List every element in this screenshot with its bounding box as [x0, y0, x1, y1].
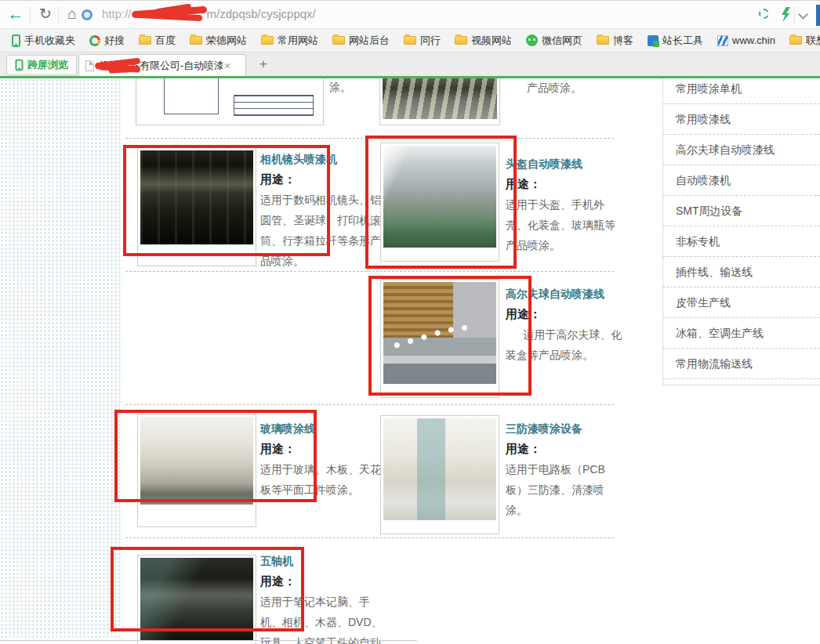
machine-photo	[383, 78, 497, 119]
glass-spray-line-photo	[140, 417, 253, 505]
sidebar-item-smt-equipment[interactable]: SMT周边设备	[662, 196, 820, 226]
tab-close-icon[interactable]: ×	[224, 60, 230, 72]
sidebar-item-fridge-ac-lines[interactable]: 冰箱、空调生产线	[662, 318, 820, 349]
toolbar-edge-button[interactable]	[816, 5, 820, 26]
bookmark-folder-video-sites[interactable]: 视频网站	[455, 34, 512, 48]
bookmark-item-wechat-web[interactable]: 微信网页	[526, 34, 582, 48]
page-background-pattern	[0, 78, 122, 639]
product-title-link[interactable]: 相机镜头喷漆机	[260, 149, 384, 169]
toolbar-divider	[794, 6, 795, 24]
cross-screen-browse-button[interactable]: 跨屏浏览	[6, 55, 77, 75]
new-tab-button[interactable]: +	[254, 56, 273, 74]
product-image-link[interactable]	[380, 279, 499, 398]
active-tab[interactable]: 机械设备有限公司-自动喷漆 ×	[78, 54, 246, 76]
wechat-icon	[526, 34, 538, 46]
product-text-block: 五轴机 用途： 适用于笔记本记脑、手机、相机、木器、DVD、玩具、太空笔工件的自…	[260, 551, 384, 644]
redaction-scribble-url	[132, 8, 207, 20]
product-title-link[interactable]: 三防漆喷涂设备	[506, 418, 625, 439]
page-icon	[85, 60, 94, 71]
bookmark-item-chinaz-tools[interactable]: 站长工具	[648, 34, 703, 48]
usage-label: 用途：	[506, 174, 623, 194]
screenshot-icon[interactable]	[759, 9, 769, 19]
product-title-link[interactable]: 头盔自动喷漆线	[506, 154, 623, 174]
sidebar-item-insert-conveyor-lines[interactable]: 插件线、输送线	[662, 257, 820, 288]
url-scheme: http://	[102, 7, 132, 20]
product-image-link[interactable]	[380, 415, 499, 534]
product-image-link[interactable]	[380, 143, 499, 262]
camera-lens-machine-photo	[140, 150, 253, 244]
bookmark-folder-rongde[interactable]: 荣德网站	[190, 34, 247, 48]
row-divider	[125, 404, 614, 405]
product-description: 适用于头盔、手机外壳、化装盒、玻璃瓶等产品喷涂。	[506, 194, 623, 255]
chevron-down-icon[interactable]	[798, 9, 808, 20]
product-title-link[interactable]: 玻璃喷涂线	[260, 418, 384, 439]
sidebar-item-belt-lines[interactable]: 皮带生产线	[662, 288, 820, 318]
home-button[interactable]: ⌂	[61, 1, 83, 29]
product-text-block: 三防漆喷涂设备 用途： 适用于电路板（PCB板）三防漆、清漆喷涂。	[506, 418, 625, 520]
back-button[interactable]: ←	[5, 1, 27, 29]
bookmark-folder-lenovo[interactable]: 联想	[789, 34, 820, 48]
usage-label: 用途：	[260, 571, 384, 592]
site-icon	[82, 9, 93, 20]
five-axis-machine-photo	[140, 558, 253, 640]
product-description: 适用于电路板（PCB板）三防漆、清漆喷涂。	[506, 459, 625, 520]
category-sidebar: 常用喷涂单机 常用喷漆线 高尔夫球自动喷漆线 自动喷漆机 SMT周边设备 非标专…	[662, 78, 820, 379]
toolbar-divider	[58, 6, 59, 24]
product-image-link[interactable]	[136, 78, 324, 125]
sidebar-item-nonstandard-machines[interactable]: 非标专机	[662, 226, 820, 257]
tab-bar: 跨屏浏览 机械设备有限公司-自动喷漆 × +	[0, 52, 820, 76]
toolbar-divider	[30, 6, 31, 24]
sidebar-item-logistics-conveyor-lines[interactable]: 常用物流输送线	[662, 349, 820, 379]
conformal-coating-equipment-photo	[383, 418, 496, 520]
usage-label: 用途：	[260, 439, 384, 459]
folder-icon	[261, 36, 274, 45]
bookmark-item-www-chin[interactable]: www.chin	[717, 34, 775, 46]
bookmark-folder-peers[interactable]: 同行	[404, 34, 441, 48]
partial-description-text: 产品喷涂。	[527, 81, 582, 96]
usage-label: 用途：	[260, 169, 384, 190]
technical-drawing-photo	[139, 78, 321, 122]
product-image-link[interactable]	[137, 414, 256, 527]
folder-icon	[332, 36, 345, 45]
refresh-button[interactable]: ↻	[34, 1, 56, 29]
helmet-spray-line-photo	[383, 146, 496, 248]
website-icon	[717, 35, 728, 46]
browser-toolbar: ← ↻ ⌂ http://m/zdpqsb/cysjcppqx/	[0, 0, 820, 29]
product-text-block: 相机镜头喷漆机 用途： 适用于数码相机镜头、铝圆管、圣诞球、打印机滚筒、行李箱拉…	[260, 149, 384, 271]
bookmark-folder-site-backend[interactable]: 网站后台	[332, 34, 390, 48]
row-divider	[125, 138, 614, 139]
page-content: 涂。 产品喷涂。 相机镜头喷漆机 用途： 适用于数码相机镜头、铝圆管、圣诞球、打…	[0, 78, 820, 644]
bookmark-item-haosou[interactable]: 好搜	[89, 34, 125, 48]
phone-icon	[16, 60, 24, 71]
product-description: 适用于笔记本记脑、手机、相机、木器、DVD、玩具、太空笔工件的自动	[260, 592, 384, 644]
product-description: 适用于玻璃、木板、天花板等平面工件喷涂。	[260, 459, 384, 500]
bookmark-folder-baidu[interactable]: 百度	[139, 34, 176, 48]
product-image-link[interactable]	[137, 147, 256, 266]
chinaz-icon	[648, 35, 659, 46]
product-description: 适用于高尔夫球、化装盒等产品喷涂。	[506, 324, 625, 365]
usage-label: 用途：	[506, 439, 625, 459]
sidebar-item-spray-single-machines[interactable]: 常用喷涂单机	[662, 78, 820, 104]
bookmark-folder-blog[interactable]: 博客	[597, 34, 633, 48]
bookmark-item-mobile-favorites[interactable]: 手机收藏夹	[12, 34, 75, 48]
partial-description-text: 涂。	[329, 81, 351, 95]
bookmarks-bar: 手机收藏夹 好搜 百度 荣德网站 常用网站 网站后台 同行 视频网站	[0, 29, 820, 52]
row-divider	[125, 537, 614, 538]
product-image-link[interactable]	[379, 78, 500, 125]
folder-icon	[789, 36, 802, 45]
product-description: 适用于数码相机镜头、铝圆管、圣诞球、打印机滚筒、行李箱拉杆等条形产品喷涂。	[260, 190, 384, 271]
redaction-scribble-tab	[95, 59, 142, 73]
sidebar-item-auto-spray-machines[interactable]: 自动喷漆机	[662, 165, 820, 196]
folder-icon	[455, 36, 467, 45]
speed-boost-icon[interactable]	[781, 7, 790, 22]
address-bar[interactable]: http://m/zdpqsb/cysjcppqx/	[102, 7, 316, 20]
sidebar-item-golf-ball-lines[interactable]: 高尔夫球自动喷漆线	[662, 135, 820, 165]
browser-window: ← ↻ ⌂ http://m/zdpqsb/cysjcppqx/ 手机收藏夹 好…	[0, 0, 820, 644]
product-title-link[interactable]: 高尔夫球自动喷漆线	[506, 284, 625, 304]
product-title-link[interactable]: 五轴机	[260, 551, 384, 571]
phone-icon	[12, 34, 20, 47]
sidebar-item-spray-lines[interactable]: 常用喷漆线	[662, 104, 820, 135]
bookmark-folder-common-sites[interactable]: 常用网站	[261, 34, 318, 48]
viewport-cut-line	[0, 640, 417, 641]
product-image-link[interactable]	[137, 555, 256, 644]
